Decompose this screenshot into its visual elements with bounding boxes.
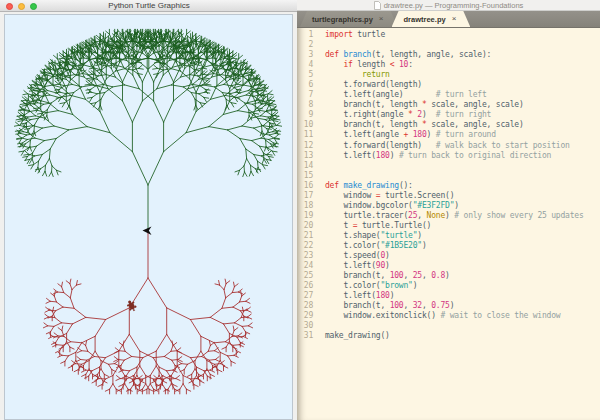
code-line: 9 t.right(angle * 2) # turn right (297, 110, 600, 120)
code-line: 7 t.left(angle) # turn left (297, 90, 600, 100)
code-line: 25 branch(t, 100, 25, 0.8) (297, 271, 600, 281)
line-number: 28 (297, 301, 321, 311)
code-line: 21 t.shape("turtle") (297, 231, 600, 241)
green-tree-path (14, 29, 281, 231)
line-number: 27 (297, 291, 321, 301)
code-line: 13 t.left(180) # turn back to original d… (297, 151, 600, 161)
tab-label: drawtree.py (404, 15, 446, 24)
line-number: 9 (297, 110, 321, 120)
line-number: 2 (297, 40, 321, 50)
code-line: 14 (297, 161, 600, 171)
code-line: 4 if length < 10: (297, 60, 600, 70)
line-number: 10 (297, 120, 321, 130)
code-line: 19 turtle.tracer(25, None) # only show e… (297, 211, 600, 221)
code-line: 20 t = turtle.Turtle() (297, 221, 600, 231)
line-number: 1 (297, 30, 321, 40)
fractal-tree-drawing (5, 15, 293, 420)
code-line: 30 (297, 321, 600, 331)
line-number: 26 (297, 281, 321, 291)
turtle-window-title: Python Turtle Graphics (0, 0, 298, 12)
line-number: 14 (297, 161, 321, 171)
line-number: 18 (297, 201, 321, 211)
close-tab-icon[interactable]: × (379, 15, 384, 23)
turtle-window-titlebar: Python Turtle Graphics (0, 0, 298, 12)
mouse-cursor-icon (142, 226, 152, 236)
tab-turtlegraphics[interactable]: turtlegraphics.py × (300, 11, 398, 27)
code-line: 28 branch(t, 100, 32, 0.75) (297, 301, 600, 311)
line-number: 22 (297, 241, 321, 251)
tab-label: turtlegraphics.py (312, 15, 373, 24)
turtle-window-frame (0, 13, 297, 420)
zoom-window-button[interactable] (30, 3, 37, 10)
tab-bar: turtlegraphics.py × drawtree.py × (297, 11, 600, 28)
line-number: 25 (297, 271, 321, 281)
line-number: 13 (297, 151, 321, 161)
code-line: 17 window = turtle.Screen() (297, 191, 600, 201)
code-line: 27 t.left(180) (297, 291, 600, 301)
turtle-canvas[interactable] (4, 14, 293, 420)
minimize-window-button[interactable] (18, 3, 25, 10)
code-line: 16def make_drawing(): (297, 181, 600, 191)
tab-drawtree[interactable]: drawtree.py × (392, 11, 471, 27)
line-number: 8 (297, 100, 321, 110)
code-line: 1import turtle (297, 30, 600, 40)
editor-window-title: drawtree.py — Programming-Foundations (384, 1, 524, 10)
code-line: 24 t.left(90) (297, 261, 600, 271)
line-number: 21 (297, 231, 321, 241)
line-number: 29 (297, 311, 321, 321)
line-number: 3 (297, 50, 321, 60)
line-number: 30 (297, 321, 321, 331)
line-number: 5 (297, 70, 321, 80)
code-line: 8 branch(t, length * scale, angle, scale… (297, 100, 600, 110)
line-number: 24 (297, 261, 321, 271)
code-line: 22 t.color("#1B5E20") (297, 241, 600, 251)
line-number: 17 (297, 191, 321, 201)
line-number: 11 (297, 130, 321, 140)
code-line: 15 (297, 171, 600, 181)
line-number: 19 (297, 211, 321, 221)
code-line: 29 window.exitonclick() # wait to close … (297, 311, 600, 321)
close-tab-icon[interactable]: × (452, 15, 457, 23)
code-line: 10 branch(t, length * scale, angle, scal… (297, 120, 600, 130)
traffic-lights (6, 3, 37, 10)
code-line: 18 window.bgcolor("#E3F2FD") (297, 201, 600, 211)
line-number: 31 (297, 331, 321, 341)
code-line: 3def branch(t, length, angle, scale): (297, 50, 600, 60)
line-number: 20 (297, 221, 321, 231)
line-number: 23 (297, 251, 321, 261)
code-line: 31make_drawing() (297, 331, 600, 341)
brown-tree-path (43, 231, 252, 394)
code-line: 12 t.forward(length) # walk back to star… (297, 141, 600, 151)
document-icon (374, 1, 381, 10)
turtle-graphics-window: Python Turtle Graphics (0, 0, 298, 420)
editor-window: drawtree.py — Programming-Foundations tu… (297, 0, 600, 420)
code-line: 2 (297, 40, 600, 50)
line-number: 4 (297, 60, 321, 70)
code-area[interactable]: 1import turtle23def branch(t, length, an… (297, 28, 600, 341)
editor-titlebar: drawtree.py — Programming-Foundations (297, 0, 600, 11)
code-line: 11 t.left(angle + 180) # turn around (297, 130, 600, 140)
turtle-cursor-icon (125, 299, 138, 312)
close-window-button[interactable] (6, 3, 13, 10)
line-number: 7 (297, 90, 321, 100)
line-number: 16 (297, 181, 321, 191)
line-number: 6 (297, 80, 321, 90)
code-line: 23 t.speed(0) (297, 251, 600, 261)
line-number: 12 (297, 141, 321, 151)
line-number: 15 (297, 171, 321, 181)
code-line: 6 t.forward(length) (297, 80, 600, 90)
code-line: 5 return (297, 70, 600, 80)
code-line: 26 t.color("brown") (297, 281, 600, 291)
